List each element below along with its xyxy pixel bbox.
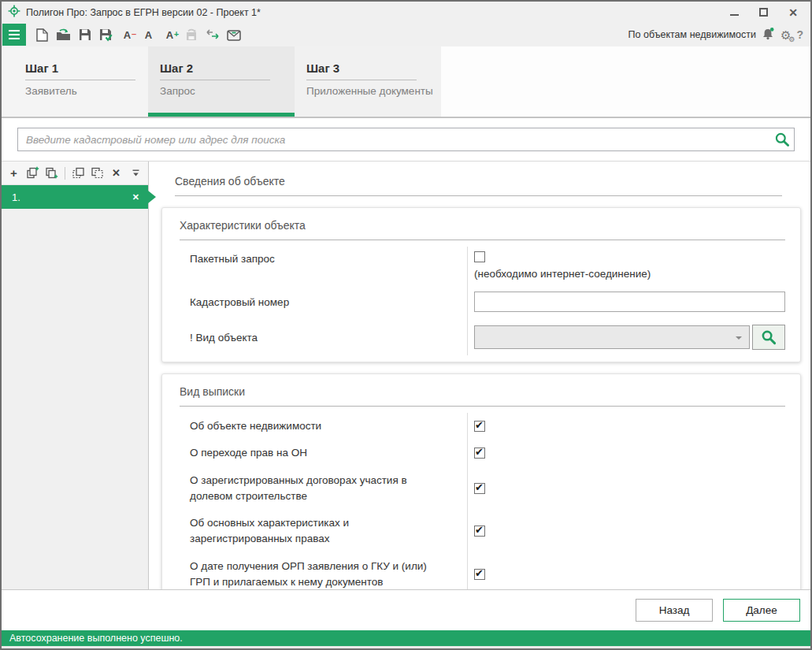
step-tab-title: Шаг 2 <box>160 61 270 80</box>
step-tabs: Шаг 1 Заявитель Шаг 2 Запрос Шаг 3 Прило… <box>2 46 810 118</box>
copy-structure-icon[interactable] <box>70 165 87 182</box>
cadastral-number-field <box>467 284 785 319</box>
characteristics-card: Характеристики объекта Пакетный запрос (… <box>161 207 801 362</box>
extract-type-row: О переходе прав на ОН <box>177 440 785 466</box>
extract-type-checkbox[interactable] <box>474 526 485 537</box>
paste-structure-icon[interactable] <box>89 165 106 182</box>
extract-type-row: О дате получения ОРП заявления о ГКУ и (… <box>177 553 785 590</box>
step-tab-subtitle: Приложенные документы <box>306 85 436 97</box>
extract-type-label: Об основных характеристиках и зарегистри… <box>177 510 467 553</box>
extract-type-rows: Об объекте недвижимости О переходе прав … <box>177 413 785 589</box>
next-button[interactable]: Далее <box>723 599 800 622</box>
toolbar-divider <box>65 167 65 180</box>
object-item-label: 1. <box>12 191 20 203</box>
object-type-field <box>467 319 785 355</box>
close-icon[interactable]: ✕ <box>788 7 798 18</box>
batch-request-label: Пакетный запрос <box>177 247 467 284</box>
mode-label: По объектам недвижимости <box>628 29 756 40</box>
extract-type-row: Об объекте недвижимости <box>177 413 785 440</box>
new-document-icon[interactable] <box>34 26 50 43</box>
step-tab-title: Шаг 3 <box>306 61 417 80</box>
search-icon[interactable] <box>770 128 794 150</box>
card-rule <box>180 240 785 240</box>
mail-icon[interactable] <box>225 26 242 43</box>
object-list: 1. ✕ <box>2 185 148 209</box>
cadastral-number-row: Кадастровый номер <box>177 284 785 319</box>
maximize-icon[interactable] <box>759 8 768 17</box>
extract-type-checkbox[interactable] <box>474 448 485 459</box>
add-object-icon[interactable]: + <box>6 165 22 182</box>
extract-type-label: О зарегистрированных договорах участия в… <box>177 467 467 511</box>
characteristics-rows: Пакетный запрос (необходимо интернет-сое… <box>177 247 785 355</box>
object-type-lookup-button[interactable] <box>752 325 785 350</box>
menu-button[interactable] <box>2 24 26 46</box>
app-window: Полигон Про: Запрос в ЕГРН версии 02 - П… <box>0 0 812 650</box>
extract-type-label: О дате получения ОРП заявления о ГКУ и (… <box>177 553 467 590</box>
transfer-arrows-icon[interactable] <box>204 26 221 43</box>
minimize-icon[interactable] <box>730 14 739 16</box>
step-tab[interactable]: Шаг 1 Заявитель <box>2 46 148 117</box>
back-button[interactable]: Назад <box>636 599 713 622</box>
chevron-down-icon <box>736 336 742 340</box>
save-icon[interactable] <box>76 26 93 43</box>
help-icon[interactable]: ? <box>796 28 803 41</box>
main-content: Сведения об объекте Характеристики объек… <box>149 162 810 589</box>
card-rule <box>180 406 785 407</box>
extract-type-row: О зарегистрированных договорах участия в… <box>177 467 785 511</box>
settings-gears-icon[interactable]: ⚙⚙ <box>780 29 791 41</box>
duplicate-add-icon[interactable] <box>24 165 41 182</box>
extract-type-label: О переходе прав на ОН <box>177 440 467 466</box>
step-tab-title: Шаг 1 <box>25 61 135 80</box>
object-item-close-icon[interactable]: ✕ <box>132 192 139 202</box>
cadastral-number-label: Кадастровый номер <box>177 296 467 308</box>
extract-type-label: Об объекте недвижимости <box>177 413 467 440</box>
save-check-icon[interactable] <box>98 26 114 43</box>
objects-sidebar: + ✕ <box>2 162 149 589</box>
extract-type-checkbox[interactable] <box>474 483 485 494</box>
step-tab-subtitle: Заявитель <box>25 85 143 97</box>
notification-bell-icon[interactable] <box>762 27 775 43</box>
body: + ✕ <box>2 162 810 589</box>
extract-type-row: Об основных характеристиках и зарегистри… <box>177 510 785 553</box>
object-type-select[interactable] <box>474 325 750 349</box>
status-message: Автосохранение выполнено успешно. <box>9 633 183 644</box>
step-tab[interactable]: Шаг 3 Приложенные документы <box>295 46 441 117</box>
open-folder-icon[interactable] <box>55 26 72 43</box>
title-bar: Полигон Про: Запрос в ЕГРН версии 02 - П… <box>2 2 810 23</box>
search-row <box>2 118 810 162</box>
object-list-item[interactable]: 1. ✕ <box>2 185 148 209</box>
sidebar-toolbar: + ✕ <box>2 162 148 185</box>
batch-request-note: (необходимо интернет-соединение) <box>474 268 785 280</box>
status-bar: Автосохранение выполнено успешно. <box>2 630 810 646</box>
footer: Назад Далее <box>2 589 810 630</box>
font-decrease-icon[interactable]: A– <box>119 26 135 43</box>
characteristics-card-title: Характеристики объекта <box>177 216 785 240</box>
font-increase-icon[interactable]: A+ <box>161 26 178 43</box>
extract-type-field <box>467 467 785 511</box>
toolbar-right: По объектам недвижимости ⚙⚙ ? <box>628 27 810 43</box>
batch-request-field: (необходимо интернет-соединение) <box>467 247 785 284</box>
extract-type-checkbox[interactable] <box>474 421 485 432</box>
section-rule <box>175 195 782 196</box>
object-type-row: ! Вид объекта <box>177 319 785 355</box>
extract-type-field <box>467 413 785 440</box>
save-refresh-disabled-icon <box>183 26 199 43</box>
extract-type-field <box>467 440 785 466</box>
step-tab[interactable]: Шаг 2 Запрос <box>148 46 295 117</box>
main-toolbar: A– A A+ По объектам недвижимости ⚙⚙ <box>2 23 810 46</box>
search-input[interactable] <box>18 128 770 150</box>
extract-type-field <box>467 553 785 590</box>
extract-type-field <box>467 510 785 553</box>
duplicate-add-below-icon[interactable] <box>43 165 60 182</box>
delete-object-icon[interactable]: ✕ <box>108 165 124 182</box>
bottom-strip <box>2 646 810 648</box>
step-tab-subtitle: Запрос <box>160 85 290 97</box>
font-default-icon[interactable]: A <box>140 26 157 43</box>
search-box <box>17 128 795 151</box>
window-title: Полигон Про: Запрос в ЕГРН версии 02 - П… <box>26 7 261 18</box>
overflow-more-icon[interactable] <box>128 165 144 182</box>
batch-request-checkbox[interactable] <box>474 251 485 262</box>
extract-type-checkbox[interactable] <box>474 569 485 580</box>
extract-type-card-title: Вид выписки <box>177 382 785 406</box>
cadastral-number-input[interactable] <box>474 292 785 312</box>
